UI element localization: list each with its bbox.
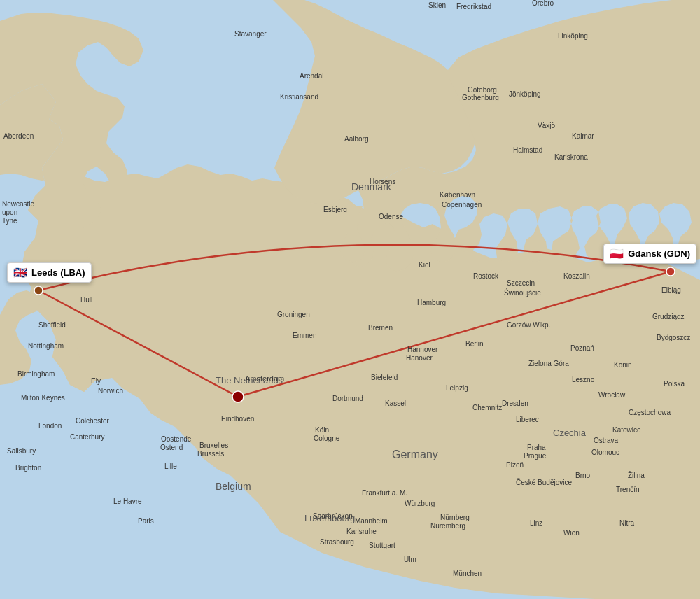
svg-text:Groningen: Groningen: [277, 311, 310, 318]
svg-text:Salisbury: Salisbury: [7, 447, 36, 455]
svg-text:Köln: Köln: [315, 426, 329, 434]
svg-text:Linköping: Linköping: [558, 32, 588, 40]
svg-text:Göteborg: Göteborg: [468, 86, 497, 94]
svg-text:Paris: Paris: [138, 517, 154, 525]
svg-text:Katowice: Katowice: [612, 426, 641, 434]
svg-text:Hull: Hull: [80, 296, 92, 304]
gdansk-airport-label: 🇵🇱 Gdansk (GDN): [603, 244, 696, 264]
svg-text:Świnoujście: Świnoujście: [504, 288, 541, 297]
svg-point-110: [232, 391, 244, 402]
svg-text:Hanover: Hanover: [406, 354, 433, 362]
gdansk-flag: 🇵🇱: [610, 247, 624, 260]
svg-text:Belgium: Belgium: [216, 481, 251, 492]
svg-text:Grudziądz: Grudziądz: [652, 313, 685, 320]
svg-text:Nürnberg: Nürnberg: [440, 514, 470, 521]
svg-text:Horsens: Horsens: [370, 178, 396, 185]
svg-text:Bruxelles: Bruxelles: [200, 442, 228, 449]
svg-text:Koszalin: Koszalin: [564, 272, 590, 280]
svg-text:Ely: Ely: [91, 377, 101, 385]
svg-text:Bydgoszcz: Bydgoszcz: [657, 334, 690, 341]
svg-text:Brussels: Brussels: [197, 450, 224, 458]
svg-text:Stavanger: Stavanger: [234, 30, 267, 38]
svg-text:Karlskrona: Karlskrona: [554, 153, 588, 161]
svg-text:České Budějovice: České Budějovice: [516, 478, 572, 486]
svg-text:Ulm: Ulm: [404, 556, 416, 563]
map-container: Denmark The Netherlands Belgium Germany …: [0, 0, 700, 599]
svg-text:Linz: Linz: [530, 519, 542, 527]
svg-text:Praha: Praha: [527, 444, 546, 451]
svg-text:Wrocław: Wrocław: [598, 391, 626, 399]
svg-text:Poznań: Poznań: [570, 344, 594, 352]
svg-text:London: London: [38, 422, 62, 430]
svg-text:Szczecin: Szczecin: [507, 279, 535, 287]
svg-text:Bielefeld: Bielefeld: [371, 374, 398, 381]
svg-text:Växjö: Växjö: [538, 122, 555, 129]
svg-text:Leipzig: Leipzig: [446, 384, 468, 392]
svg-text:Norwich: Norwich: [98, 387, 123, 395]
svg-text:Chemnitz: Chemnitz: [472, 404, 502, 411]
svg-text:Oostende: Oostende: [161, 435, 192, 443]
svg-text:Elbląg: Elbląg: [662, 286, 681, 294]
svg-text:Kassel: Kassel: [385, 400, 406, 407]
svg-text:Sheffield: Sheffield: [38, 321, 66, 329]
svg-text:København: København: [440, 191, 475, 199]
leeds-airport-label: 🇬🇧 Leeds (LBA): [7, 262, 92, 283]
svg-text:Brno: Brno: [575, 472, 591, 479]
svg-text:Hannover: Hannover: [407, 346, 438, 353]
svg-text:Esbjerg: Esbjerg: [323, 206, 347, 213]
svg-text:Halmstad: Halmstad: [513, 146, 542, 154]
svg-text:Jönköping: Jönköping: [509, 90, 541, 98]
gdansk-label-text: Gdansk (GDN): [628, 248, 690, 259]
svg-text:Aberdeen: Aberdeen: [4, 132, 34, 140]
svg-text:Örebro: Örebro: [532, 0, 554, 7]
leeds-flag: 🇬🇧: [13, 266, 27, 279]
svg-text:Polska: Polska: [664, 380, 685, 388]
svg-text:Gothenburg: Gothenburg: [462, 94, 499, 101]
svg-text:Nuremberg: Nuremberg: [430, 522, 465, 530]
svg-text:Dortmund: Dortmund: [332, 395, 363, 402]
svg-text:Žilina: Žilina: [628, 471, 645, 479]
svg-text:Leszno: Leszno: [572, 376, 595, 383]
svg-text:Newcastle: Newcastle: [2, 200, 35, 208]
svg-text:Rostock: Rostock: [473, 272, 499, 280]
svg-text:Germany: Germany: [392, 449, 438, 460]
svg-text:Mannheim: Mannheim: [355, 517, 388, 525]
svg-text:Skien: Skien: [428, 1, 446, 9]
svg-text:Nitra: Nitra: [620, 519, 635, 527]
svg-text:Czechia: Czechia: [553, 428, 587, 438]
svg-text:Frankfurt a. M.: Frankfurt a. M.: [362, 489, 407, 497]
svg-text:Colchester: Colchester: [76, 417, 109, 425]
leeds-label-text: Leeds (LBA): [31, 267, 85, 278]
svg-text:Dresden: Dresden: [502, 400, 528, 407]
svg-text:Saarbrücken: Saarbrücken: [313, 512, 353, 520]
svg-text:Konin: Konin: [614, 361, 632, 369]
svg-text:Ostend: Ostend: [160, 444, 183, 451]
svg-text:München: München: [453, 570, 482, 577]
svg-point-108: [34, 286, 43, 295]
svg-text:Copenhagen: Copenhagen: [442, 201, 482, 209]
svg-text:Le Havre: Le Havre: [113, 498, 142, 505]
svg-text:Ostrava: Ostrava: [594, 437, 618, 444]
svg-text:Odense: Odense: [379, 213, 403, 220]
map-svg: Denmark The Netherlands Belgium Germany …: [0, 0, 700, 599]
svg-text:Tyne: Tyne: [2, 217, 18, 225]
svg-text:Częstochowa: Częstochowa: [629, 409, 671, 416]
svg-text:Kiel: Kiel: [419, 261, 430, 269]
svg-text:Aalborg: Aalborg: [344, 135, 368, 143]
svg-text:Birmingham: Birmingham: [18, 370, 55, 378]
svg-text:Würzburg: Würzburg: [405, 500, 435, 507]
svg-text:Fredrikstad: Fredrikstad: [456, 3, 491, 10]
svg-text:Bremen: Bremen: [368, 324, 393, 332]
svg-text:Cologne: Cologne: [314, 435, 340, 442]
svg-text:Arendal: Arendal: [300, 72, 323, 80]
svg-text:Kalmar: Kalmar: [572, 132, 594, 140]
svg-text:Zielona Góra: Zielona Góra: [528, 360, 569, 367]
svg-text:Berlin: Berlin: [465, 340, 484, 348]
svg-text:Eindhoven: Eindhoven: [221, 415, 254, 423]
svg-text:Nottingham: Nottingham: [28, 342, 64, 350]
svg-text:Hamburg: Hamburg: [417, 299, 446, 306]
svg-text:Prague: Prague: [524, 452, 547, 460]
svg-text:Lille: Lille: [164, 463, 177, 470]
svg-text:Brighton: Brighton: [15, 464, 41, 472]
svg-text:Milton Keynes: Milton Keynes: [21, 394, 65, 402]
